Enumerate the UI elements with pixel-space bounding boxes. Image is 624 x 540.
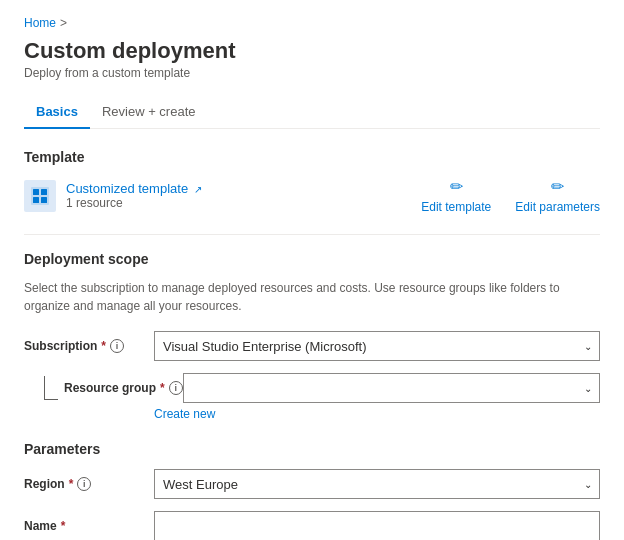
subscription-info-icon[interactable]: i — [110, 339, 124, 353]
resource-group-row: Resource group * i ⌄ — [24, 373, 600, 403]
breadcrumb: Home > — [24, 16, 600, 30]
template-section: Template Customized template ↗ 1 resourc… — [24, 149, 600, 214]
template-info: Customized template ↗ 1 resource — [24, 180, 202, 212]
parameters-section: Parameters Region * i West Europe East U… — [24, 441, 600, 540]
template-box: Customized template ↗ 1 resource ✏ Edit … — [24, 177, 600, 214]
name-control — [154, 511, 600, 540]
tab-review-create[interactable]: Review + create — [90, 96, 208, 129]
subscription-label: Subscription * i — [24, 339, 154, 353]
subscription-row: Subscription * i Visual Studio Enterpris… — [24, 331, 600, 361]
page-title: Custom deployment — [24, 38, 600, 64]
template-section-title: Template — [24, 149, 600, 165]
svg-rect-1 — [33, 189, 39, 195]
subscription-control: Visual Studio Enterprise (Microsoft) ⌄ — [154, 331, 600, 361]
edit-parameters-button[interactable]: ✏ Edit parameters — [515, 177, 600, 214]
region-required: * — [69, 477, 74, 491]
template-icon — [24, 180, 56, 212]
resource-group-info-icon[interactable]: i — [169, 381, 183, 395]
breadcrumb-separator: > — [60, 16, 67, 30]
resource-group-indent-label: Resource group * i — [24, 376, 183, 400]
tree-line — [44, 376, 58, 400]
template-actions: ✏ Edit template ✏ Edit parameters — [421, 177, 600, 214]
name-input[interactable] — [154, 511, 600, 540]
scope-description: Select the subscription to manage deploy… — [24, 279, 600, 315]
edit-template-pencil-icon: ✏ — [450, 177, 463, 196]
svg-rect-2 — [41, 189, 47, 195]
edit-template-button[interactable]: ✏ Edit template — [421, 177, 491, 214]
deployment-scope-section: Deployment scope Select the subscription… — [24, 251, 600, 421]
region-select-wrapper: West Europe East US West US North Europe… — [154, 469, 600, 499]
tabs: Basics Review + create — [24, 96, 600, 129]
parameters-section-title: Parameters — [24, 441, 600, 457]
resource-group-label: Resource group * i — [64, 381, 183, 395]
edit-parameters-label: Edit parameters — [515, 200, 600, 214]
name-required: * — [61, 519, 66, 533]
divider-1 — [24, 234, 600, 235]
resource-group-select-wrapper: ⌄ — [183, 373, 600, 403]
template-name-link[interactable]: Customized template ↗ — [66, 181, 202, 196]
template-details: Customized template ↗ 1 resource — [66, 181, 202, 210]
svg-rect-3 — [33, 197, 39, 203]
subscription-select-wrapper: Visual Studio Enterprise (Microsoft) ⌄ — [154, 331, 600, 361]
subscription-select[interactable]: Visual Studio Enterprise (Microsoft) — [154, 331, 600, 361]
region-info-icon[interactable]: i — [77, 477, 91, 491]
name-row: Name * — [24, 511, 600, 540]
deployment-scope-title: Deployment scope — [24, 251, 600, 267]
template-resources: 1 resource — [66, 196, 202, 210]
edit-parameters-pencil-icon: ✏ — [551, 177, 564, 196]
region-label: Region * i — [24, 477, 154, 491]
region-row: Region * i West Europe East US West US N… — [24, 469, 600, 499]
svg-rect-4 — [41, 197, 47, 203]
edit-template-label: Edit template — [421, 200, 491, 214]
region-select[interactable]: West Europe East US West US North Europe… — [154, 469, 600, 499]
region-control: West Europe East US West US North Europe… — [154, 469, 600, 499]
resource-group-control: ⌄ — [183, 373, 600, 403]
name-label: Name * — [24, 519, 154, 533]
subscription-required: * — [101, 339, 106, 353]
resource-group-required: * — [160, 381, 165, 395]
resource-group-select[interactable] — [183, 373, 600, 403]
page-subtitle: Deploy from a custom template — [24, 66, 600, 80]
breadcrumb-home[interactable]: Home — [24, 16, 56, 30]
external-link-icon: ↗ — [194, 184, 202, 195]
tab-basics[interactable]: Basics — [24, 96, 90, 129]
create-new-link[interactable]: Create new — [154, 407, 600, 421]
